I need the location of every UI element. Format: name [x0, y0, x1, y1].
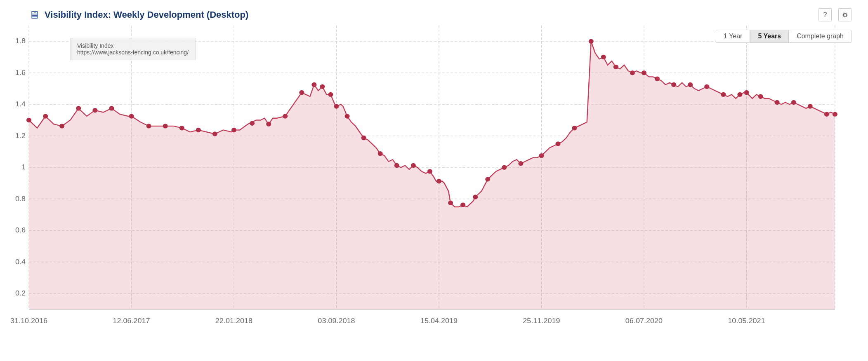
svg-point-32 — [485, 177, 490, 181]
chart-title: Visibility Index: Weekly Development (De… — [45, 9, 248, 20]
y-label-18: 1.8 — [15, 37, 26, 45]
svg-point-27 — [427, 169, 432, 173]
y-label-08: 0.8 — [15, 195, 26, 203]
tooltip-url: https://www.jacksons-fencing.co.uk/fenci… — [77, 49, 189, 56]
time-btn-1year[interactable]: 1 Year — [716, 30, 750, 43]
svg-point-55 — [833, 112, 837, 116]
monitor-icon: 🖥 — [29, 9, 40, 21]
svg-point-46 — [704, 84, 709, 89]
y-label-16: 1.6 — [15, 68, 26, 77]
svg-point-19 — [320, 84, 325, 89]
svg-point-9 — [163, 124, 168, 128]
y-label-10: 1 — [21, 163, 26, 171]
tooltip-box: Visibility Index https://www.jacksons-fe… — [70, 38, 196, 60]
svg-point-4 — [76, 106, 81, 110]
svg-point-11 — [196, 128, 201, 132]
svg-point-6 — [109, 106, 114, 110]
title-group: 🖥 Visibility Index: Weekly Development (… — [29, 9, 248, 21]
svg-point-31 — [473, 195, 478, 199]
settings-button[interactable]: ⚙ — [838, 8, 851, 21]
tooltip-title: Visibility Index — [77, 42, 189, 49]
x-label-5: 25.11.2019 — [523, 316, 560, 325]
svg-point-14 — [250, 121, 255, 125]
svg-point-16 — [283, 114, 288, 118]
svg-point-54 — [824, 112, 829, 116]
svg-point-2 — [43, 114, 48, 118]
svg-point-7 — [129, 114, 134, 118]
chart-container: 🖥 Visibility Index: Weekly Development (… — [0, 0, 868, 361]
x-label-7: 10.05.2021 — [728, 316, 765, 325]
x-label-1: 12.06.2017 — [113, 316, 150, 325]
svg-point-42 — [642, 70, 646, 75]
svg-point-12 — [212, 131, 217, 136]
svg-point-45 — [688, 82, 693, 87]
svg-point-47 — [721, 92, 726, 97]
svg-point-18 — [311, 82, 316, 87]
svg-point-10 — [179, 126, 184, 130]
chart-svg: 1.8 1.6 1.4 1.2 1 0.8 0.6 0.4 0.2 — [29, 26, 856, 333]
svg-point-5 — [92, 108, 97, 113]
y-label-06: 0.6 — [15, 226, 26, 234]
svg-point-40 — [613, 65, 618, 69]
svg-point-37 — [572, 126, 577, 130]
help-button[interactable]: ? — [818, 8, 832, 21]
time-btn-complete[interactable]: Complete graph — [789, 30, 851, 43]
svg-point-43 — [655, 76, 660, 81]
y-label-12: 1.2 — [15, 131, 26, 140]
svg-point-8 — [146, 124, 151, 128]
svg-point-3 — [59, 124, 64, 128]
chart-area-fill — [29, 41, 835, 309]
svg-point-39 — [601, 55, 606, 59]
svg-point-35 — [539, 153, 544, 158]
svg-point-24 — [378, 151, 383, 156]
svg-point-13 — [231, 128, 236, 132]
x-label-2: 22.01.2018 — [215, 316, 252, 325]
svg-point-50 — [758, 94, 763, 98]
x-label-4: 15.04.2019 — [420, 316, 458, 325]
svg-point-17 — [299, 90, 304, 95]
svg-point-25 — [394, 163, 399, 168]
svg-point-48 — [737, 92, 742, 97]
svg-point-21 — [334, 104, 339, 108]
svg-point-23 — [361, 136, 366, 140]
time-range-buttons: 1 Year 5 Years Complete graph — [716, 30, 851, 43]
svg-point-33 — [502, 165, 507, 170]
svg-point-49 — [744, 90, 749, 95]
svg-point-15 — [266, 122, 271, 126]
svg-point-20 — [328, 92, 333, 97]
header-icons: ? ⚙ — [818, 8, 851, 21]
svg-point-51 — [775, 100, 780, 105]
svg-point-26 — [411, 163, 416, 168]
svg-point-29 — [448, 201, 453, 205]
y-label-04: 0.4 — [15, 258, 26, 266]
y-label-02: 0.2 — [15, 289, 26, 298]
svg-point-36 — [556, 141, 561, 146]
x-label-0: 31.10.2016 — [10, 316, 47, 325]
svg-point-22 — [345, 114, 350, 118]
svg-point-1 — [26, 118, 31, 122]
svg-point-30 — [460, 202, 465, 207]
x-label-3: 03.09.2018 — [318, 316, 355, 325]
x-label-6: 06.07.2020 — [625, 316, 663, 325]
svg-point-41 — [630, 70, 635, 75]
y-label-14: 1.4 — [15, 100, 26, 108]
svg-point-28 — [436, 179, 441, 183]
chart-area: 1 Year 5 Years Complete graph Visibility… — [29, 26, 856, 333]
svg-point-44 — [671, 82, 676, 87]
svg-point-52 — [791, 100, 796, 105]
svg-point-34 — [518, 161, 523, 166]
chart-header: 🖥 Visibility Index: Weekly Development (… — [29, 8, 856, 21]
time-btn-5years[interactable]: 5 Years — [750, 30, 789, 43]
svg-point-38 — [589, 39, 594, 44]
svg-point-53 — [808, 104, 813, 108]
